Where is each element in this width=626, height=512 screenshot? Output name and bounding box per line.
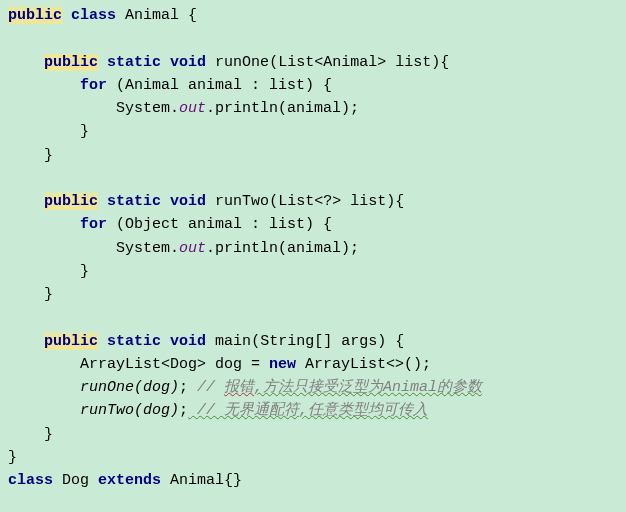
method-runtwo: runTwo [215,193,269,210]
brace: } [8,449,17,466]
kw-public: public [44,193,98,210]
method-runone: runOne [215,54,269,71]
code-block: public class Animal { public static void… [0,0,626,496]
kw-class: class [8,472,53,489]
comment-1: // 报错,方法只接受泛型为Animal的参数 [188,379,482,396]
brace: } [44,286,53,303]
out-field: out [179,240,206,257]
brace: } [80,123,89,140]
cls-animal: Animal [170,472,224,489]
kw-public: public [44,333,98,350]
println: .println(animal); [206,100,359,117]
println: .println(animal); [206,240,359,257]
kw-void: void [170,193,206,210]
sys: System. [116,100,179,117]
out-field: out [179,100,206,117]
brace: } [44,426,53,443]
semi: ; [179,379,188,396]
kw-new: new [269,356,296,373]
runone-call: runOne [80,379,134,396]
kw-static: static [107,333,161,350]
cls-animal: Animal [125,7,179,24]
params: (List<Animal> list){ [269,54,449,71]
brace: { [179,7,197,24]
call-arg: (dog) [134,402,179,419]
class-body: {} [224,472,242,489]
kw-for: for [80,216,107,233]
kw-void: void [170,54,206,71]
runtwo-call: runTwo [80,402,134,419]
kw-extends: extends [98,472,161,489]
params: (String[] args) { [251,333,404,350]
comment-2: // 无界通配符,任意类型均可传入 [188,402,428,419]
for-head: (Object animal : list) { [116,216,332,233]
params: (List<?> list){ [269,193,404,210]
for-head: (Animal animal : list) { [116,77,332,94]
arraylist-new: ArrayList<>(); [296,356,431,373]
cls-dog: Dog [62,472,89,489]
kw-public: public [8,7,62,24]
kw-for: for [80,77,107,94]
brace: } [80,263,89,280]
arraylist-decl: ArrayList<Dog> dog = [80,356,269,373]
semi: ; [179,402,188,419]
kw-static: static [107,54,161,71]
kw-static: static [107,193,161,210]
kw-class: class [71,7,116,24]
kw-void: void [170,333,206,350]
sys: System. [116,240,179,257]
kw-public: public [44,54,98,71]
brace: } [44,147,53,164]
call-arg: (dog) [134,379,179,396]
method-main: main [215,333,251,350]
